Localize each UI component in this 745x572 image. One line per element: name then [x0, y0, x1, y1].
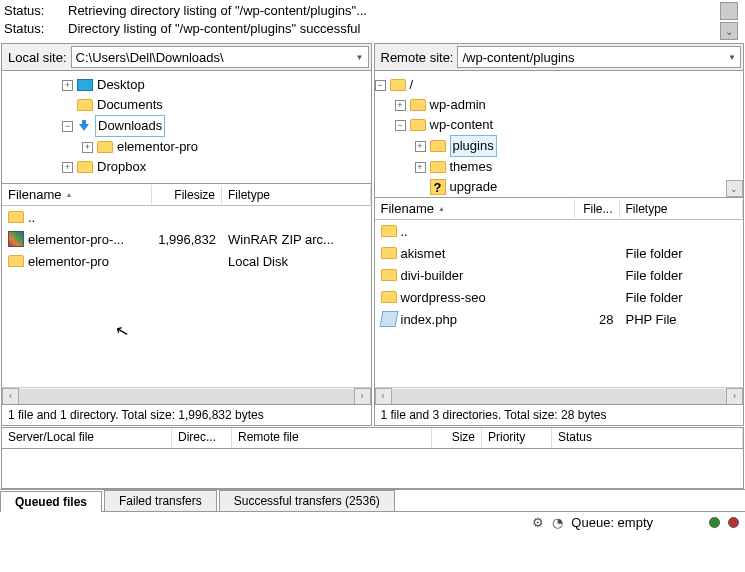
col-filesize[interactable]: Filesize [152, 186, 222, 204]
col-filesize[interactable]: File... [575, 200, 620, 218]
desktop-icon [77, 79, 93, 91]
expander-plus-icon[interactable]: + [62, 162, 73, 173]
expander-plus-icon[interactable]: + [415, 141, 426, 152]
tree-label: Dropbox [97, 157, 146, 177]
tree-item-documents[interactable]: Documents [2, 95, 371, 115]
queue-body[interactable] [1, 449, 744, 489]
local-statusbar: 1 file and 1 directory. Total size: 1,99… [2, 404, 371, 425]
scroll-down-icon[interactable]: ⌄ [726, 180, 743, 197]
local-site-row: Local site: C:\Users\Dell\Downloads\ ▼ [2, 44, 371, 71]
status-lines: Status: Retrieving directory listing of … [4, 2, 716, 40]
list-item[interactable]: elementor-pro Local Disk [2, 250, 371, 272]
expander-plus-icon[interactable]: + [82, 142, 93, 153]
remote-pane: Remote site: /wp-content/plugins ▼ − / +… [374, 43, 745, 426]
php-file-icon [379, 311, 398, 327]
list-item[interactable]: akismet File folder [375, 242, 744, 264]
remote-tree[interactable]: − / + wp-admin − wp-content + plugins [375, 71, 726, 197]
local-list-body: .. elementor-pro-... 1,996,832 WinRAR ZI… [2, 206, 371, 272]
col-server-local[interactable]: Server/Local file [2, 428, 172, 448]
folder-icon [381, 269, 397, 281]
tree-item-dropbox[interactable]: + Dropbox [2, 157, 371, 177]
folder-icon [410, 99, 426, 111]
tree-item-downloads[interactable]: − Downloads [2, 115, 371, 137]
tree-item-root[interactable]: − / [375, 75, 726, 95]
col-remote-file[interactable]: Remote file [232, 428, 432, 448]
local-path-value: C:\Users\Dell\Downloads\ [76, 50, 224, 65]
list-item[interactable]: elementor-pro-... 1,996,832 WinRAR ZIP a… [2, 228, 371, 250]
scroll-down-icon[interactable]: ⌄ [720, 22, 738, 40]
expander-plus-icon[interactable]: + [395, 100, 406, 111]
zip-archive-icon [8, 231, 24, 247]
folder-icon [8, 211, 24, 223]
sort-asc-icon: ▲ [438, 205, 445, 212]
remote-file-list[interactable]: Filename▲ File... Filetype .. akismet Fi… [375, 197, 744, 404]
col-priority[interactable]: Priority [482, 428, 552, 448]
expander-minus-icon[interactable]: − [395, 120, 406, 131]
tab-failed-transfers[interactable]: Failed transfers [104, 490, 217, 511]
folder-icon [381, 225, 397, 237]
scroll-thumb[interactable] [720, 2, 738, 20]
expander-minus-icon[interactable]: − [375, 80, 386, 91]
scroll-track[interactable] [19, 389, 354, 404]
tree-item-wp-content[interactable]: − wp-content [375, 115, 726, 135]
list-item[interactable]: .. [2, 206, 371, 228]
expander-plus-icon[interactable]: + [415, 162, 426, 173]
status-label: Status: [4, 2, 68, 20]
horizontal-scrollbar[interactable]: ‹ › [375, 387, 744, 404]
local-list-header[interactable]: Filename▲ Filesize Filetype [2, 184, 371, 206]
scroll-right-icon[interactable]: › [354, 388, 371, 405]
tab-queued-files[interactable]: Queued files [0, 491, 102, 512]
col-filetype[interactable]: Filetype [620, 200, 744, 218]
col-filename[interactable]: Filename▲ [375, 199, 575, 218]
status-scrollbar[interactable]: ⌄ [716, 2, 741, 40]
scroll-right-icon[interactable]: › [726, 388, 743, 405]
local-tree[interactable]: + Desktop Documents − Downloads + elem [2, 71, 371, 183]
scroll-left-icon[interactable]: ‹ [2, 388, 19, 405]
filter-icon[interactable]: ⚙ [532, 515, 544, 530]
queue-header[interactable]: Server/Local file Direc... Remote file S… [1, 427, 744, 449]
horizontal-scrollbar[interactable]: ‹ › [2, 387, 371, 404]
scroll-track[interactable] [392, 389, 727, 404]
tab-successful-transfers[interactable]: Successful transfers (2536) [219, 490, 395, 511]
local-path-dropdown[interactable]: C:\Users\Dell\Downloads\ ▼ [71, 46, 369, 68]
list-item[interactable]: wordpress-seo File folder [375, 286, 744, 308]
remote-list-header[interactable]: Filename▲ File... Filetype [375, 198, 744, 220]
folder-icon [381, 291, 397, 303]
tree-item-wp-admin[interactable]: + wp-admin [375, 95, 726, 115]
scroll-left-icon[interactable]: ‹ [375, 388, 392, 405]
list-item[interactable]: index.php 28 PHP File [375, 308, 744, 330]
tree-label: Documents [97, 95, 163, 115]
tree-item-themes[interactable]: + themes [375, 157, 726, 177]
folder-icon [430, 140, 446, 152]
list-item[interactable]: divi-builder File folder [375, 264, 744, 286]
clock-icon[interactable]: ◔ [552, 515, 563, 530]
unknown-folder-icon [430, 179, 446, 195]
sort-asc-icon: ▲ [65, 191, 72, 198]
col-size[interactable]: Size [432, 428, 482, 448]
tree-label: Downloads [95, 115, 165, 137]
remote-path-dropdown[interactable]: /wp-content/plugins ▼ [457, 46, 741, 68]
tree-item-upgrade[interactable]: upgrade [375, 177, 726, 197]
remote-list-body: .. akismet File folder divi-builder File… [375, 220, 744, 330]
folder-icon [77, 161, 93, 173]
col-filetype[interactable]: Filetype [222, 186, 371, 204]
remote-site-label: Remote site: [377, 50, 458, 65]
tree-label: themes [450, 157, 493, 177]
led-green-icon [709, 517, 720, 528]
tree-item-plugins[interactable]: + plugins [375, 135, 726, 157]
expander-plus-icon[interactable]: + [62, 80, 73, 91]
expander-minus-icon[interactable]: − [62, 121, 73, 132]
queue-status-text: Queue: empty [571, 515, 653, 530]
local-file-list[interactable]: Filename▲ Filesize Filetype .. elementor… [2, 183, 371, 404]
col-status[interactable]: Status [552, 428, 743, 448]
tree-item-desktop[interactable]: + Desktop [2, 75, 371, 95]
col-direction[interactable]: Direc... [172, 428, 232, 448]
tree-item-elementor-pro[interactable]: + elementor-pro [2, 137, 371, 157]
status-row: Status: Directory listing of "/wp-conten… [4, 20, 716, 38]
downloads-icon [77, 119, 91, 133]
list-item[interactable]: .. [375, 220, 744, 242]
col-filename[interactable]: Filename▲ [2, 185, 152, 204]
remote-tree-scrollbar[interactable]: ⌄ [725, 71, 743, 197]
remote-path-value: /wp-content/plugins [462, 50, 574, 65]
folder-icon [410, 119, 426, 131]
